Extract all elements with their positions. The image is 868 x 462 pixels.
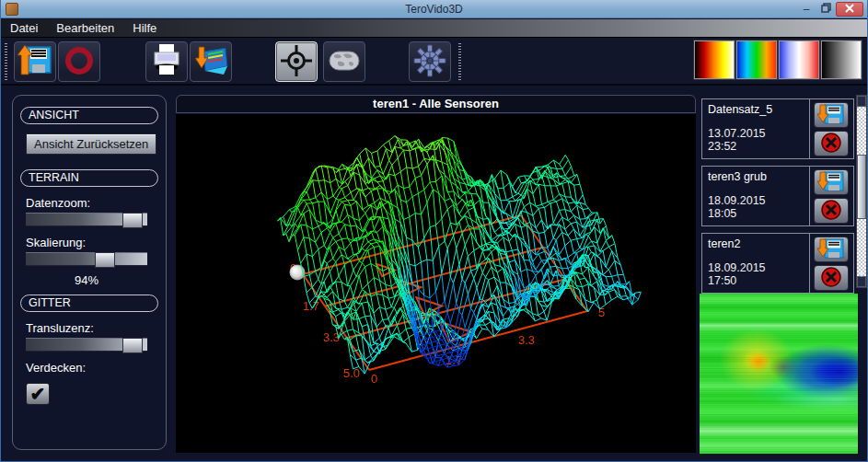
close-button[interactable] xyxy=(836,2,863,17)
dataset-save-button[interactable] xyxy=(814,237,849,262)
reset-view-button[interactable]: Ansicht Zurücksetzen xyxy=(26,133,156,155)
close-icon xyxy=(845,3,854,16)
dataset-buttons xyxy=(809,167,853,225)
save-project-button[interactable] xyxy=(14,41,56,82)
dataset-buttons xyxy=(809,234,853,293)
transluzenz-slider-handle[interactable] xyxy=(122,338,143,353)
toolbar xyxy=(1,37,867,86)
crosshair-icon xyxy=(278,67,315,81)
record-circle-icon xyxy=(61,67,98,81)
skalierung-slider-handle[interactable] xyxy=(95,252,115,268)
heatmap-preview xyxy=(700,294,858,454)
dataset-time: 23:52 xyxy=(708,140,807,153)
dataset-info: teren3 grub 18.09.2015 18:05 xyxy=(702,167,809,225)
content-area: ANSICHT Ansicht Zurücksetzen TERRAIN Dat… xyxy=(1,86,867,461)
record-button[interactable] xyxy=(58,41,100,82)
printer-icon xyxy=(148,67,185,81)
delete-x-icon xyxy=(819,210,843,224)
floppy-down-arrow-icon xyxy=(817,181,845,195)
dataset-info: Datensatz_5 13.07.2015 23:52 xyxy=(702,99,809,158)
toolbar-grip xyxy=(458,43,461,80)
verdecken-label: Verdecken: xyxy=(26,361,166,375)
skalierung-label: Skalierung: xyxy=(26,236,166,249)
dataset-time: 17:50 xyxy=(708,274,807,287)
export-button[interactable] xyxy=(190,41,232,82)
window-title: TeroVido3D xyxy=(1,3,867,16)
floppy-up-arrow-icon xyxy=(17,67,53,81)
datenzoom-label: Datenzoom: xyxy=(26,196,166,210)
dataset-item[interactable]: teren3 grub 18.09.2015 18:05 xyxy=(701,166,854,226)
floppy-down-arrow-icon xyxy=(817,248,845,262)
center-view-button[interactable] xyxy=(275,41,318,82)
group-header-ansicht: ANSICHT xyxy=(20,107,158,124)
terrain-3d-view[interactable] xyxy=(176,114,696,453)
delete-x-icon xyxy=(819,277,843,291)
print-button[interactable] xyxy=(145,41,188,82)
dataset-delete-button[interactable] xyxy=(814,265,849,291)
restore-icon xyxy=(821,3,831,16)
scroll-up-button[interactable] xyxy=(857,96,866,107)
maximize-button[interactable] xyxy=(817,2,834,17)
check-icon: ✔ xyxy=(30,384,46,404)
toolbar-grip xyxy=(5,43,7,80)
transluzenz-label: Transluzenz: xyxy=(26,321,166,335)
dataset-date: 13.07.2015 xyxy=(708,127,807,140)
export-arrow-chart-icon xyxy=(192,67,229,81)
palette-rainbow-button[interactable] xyxy=(736,40,777,79)
dataset-item[interactable]: teren2 18.09.2015 17:50 xyxy=(701,233,854,294)
dataset-date: 18.09.2015 xyxy=(708,261,807,274)
palette-grayscale-button[interactable] xyxy=(821,40,862,79)
gear-icon xyxy=(411,67,448,81)
arrow-up-icon xyxy=(859,97,864,115)
menu-bar: Datei Bearbeiten Hilfe xyxy=(1,19,867,37)
floppy-down-arrow-icon xyxy=(817,114,845,128)
menu-datei[interactable]: Datei xyxy=(1,20,47,36)
dataset-name: teren3 grub xyxy=(708,170,807,183)
skalierung-value: 94% xyxy=(26,273,147,287)
palette-heat-button[interactable] xyxy=(694,40,735,79)
menu-bearbeiten[interactable]: Bearbeiten xyxy=(47,20,123,36)
scroll-down-button[interactable] xyxy=(857,276,866,287)
scrollbar-thumb[interactable] xyxy=(857,155,866,219)
dataset-save-button[interactable] xyxy=(814,102,849,128)
arrow-down-icon xyxy=(859,272,864,291)
delete-x-icon xyxy=(819,143,843,156)
palette-blue-white-red-button[interactable] xyxy=(779,40,819,79)
dataset-scrollbar[interactable] xyxy=(856,95,867,288)
dataset-delete-button[interactable] xyxy=(814,131,849,156)
viewport-title: teren1 - Alle Sensoren xyxy=(176,95,696,113)
dataset-time: 18:05 xyxy=(708,207,807,220)
title-bar: TeroVido3D – xyxy=(1,0,867,18)
dataset-name: teren2 xyxy=(708,237,807,250)
dataset-item[interactable]: Datensatz_5 13.07.2015 23:52 xyxy=(701,98,854,159)
globe-icon xyxy=(326,67,363,81)
dataset-buttons xyxy=(809,99,853,158)
app-window: TeroVido3D – Datei Bearbeiten Hilfe xyxy=(0,0,868,462)
datenzoom-slider[interactable] xyxy=(26,213,147,226)
verdecken-checkbox[interactable]: ✔ xyxy=(26,383,50,405)
dataset-delete-button[interactable] xyxy=(814,198,849,224)
dataset-info: teren2 18.09.2015 17:50 xyxy=(702,234,809,293)
minimize-button[interactable]: – xyxy=(798,2,815,17)
dataset-date: 18.09.2015 xyxy=(708,194,807,207)
settings-button[interactable] xyxy=(409,41,451,82)
datenzoom-slider-handle[interactable] xyxy=(122,213,143,228)
dataset-name: Datensatz_5 xyxy=(708,103,807,116)
transluzenz-slider[interactable] xyxy=(26,338,147,352)
skalierung-slider[interactable] xyxy=(26,252,147,266)
sidebar-panel: ANSICHT Ansicht Zurücksetzen TERRAIN Dat… xyxy=(12,95,167,450)
group-header-gitter: GITTER xyxy=(20,295,158,312)
map-view-button[interactable] xyxy=(323,41,365,82)
dataset-save-button[interactable] xyxy=(814,169,849,195)
menu-hilfe[interactable]: Hilfe xyxy=(123,20,166,36)
group-header-terrain: TERRAIN xyxy=(20,169,158,187)
